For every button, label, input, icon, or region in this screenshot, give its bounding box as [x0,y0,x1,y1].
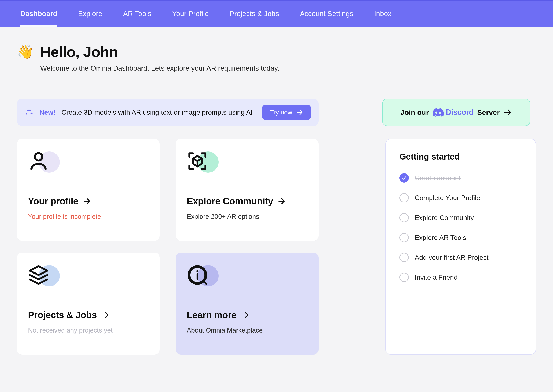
greeting-subtitle: Welcome to the Omnia Dashboard. Lets exp… [40,64,279,72]
card-title: Explore Community [187,196,273,206]
try-now-button[interactable]: Try now [262,105,311,120]
promo-new-tag: New! [39,109,56,116]
gs-label: Invite a Friend [415,273,458,281]
unchecked-circle-icon [399,193,409,203]
gs-item-complete-profile[interactable]: Complete Your Profile [399,193,522,203]
gs-item-explore-ar-tools[interactable]: Explore AR Tools [399,233,522,242]
card-title-row: Learn more [187,310,308,320]
card-learn[interactable]: Learn more About Omnia Marketplace [176,252,319,355]
user-icon [28,151,49,172]
discord-banner[interactable]: Join our Discord Server [382,98,530,126]
page-content: 👋 Hello, John Welcome to the Omnia Dashb… [0,27,553,367]
card-subtitle: Not received any projects yet [28,327,149,334]
discord-suffix: Server [477,108,500,117]
gs-label: Complete Your Profile [415,194,480,202]
nav-account-settings[interactable]: Account Settings [300,1,353,27]
arrow-right-icon [277,197,286,205]
nav-your-profile[interactable]: Your Profile [172,1,209,27]
unchecked-circle-icon [399,253,409,262]
banners-row: New! Create 3D models with AR using text… [17,98,536,126]
card-icon-wrap [28,265,60,288]
ai-promo-banner: New! Create 3D models with AR using text… [17,98,319,126]
card-icon-wrap [28,151,60,174]
wave-icon: 👋 [17,45,34,58]
promo-text: Create 3D models with AR using text or i… [61,109,256,116]
getting-started-list: Create account Complete Your Profile Exp… [399,173,522,282]
card-profile[interactable]: Your profile Your profile is incomplete [17,139,160,241]
discord-logo: Discord [433,108,474,117]
unchecked-circle-icon [399,273,409,282]
arrow-right-icon [503,108,512,117]
card-subtitle: Your profile is incomplete [28,213,149,220]
try-now-label: Try now [270,109,292,116]
greeting-title: Hello, John [40,44,279,61]
gs-label: Add your first AR Project [415,254,488,261]
sparkle-icon [25,107,34,117]
card-title-row: Your profile [28,196,149,206]
unchecked-circle-icon [399,233,409,242]
discord-prefix: Join our [401,108,429,117]
nav-dashboard[interactable]: Dashboard [20,1,57,27]
arrow-right-icon [83,197,91,205]
gs-label: Create account [415,174,461,182]
scan-cube-icon [187,151,208,172]
layers-icon [28,265,49,286]
info-icon [187,265,208,286]
gs-label: Explore AR Tools [415,234,466,242]
card-icon-wrap [187,265,219,288]
main-row: Your profile Your profile is incomplete [17,139,536,355]
card-title: Learn more [187,310,237,320]
card-subtitle: Explore 200+ AR options [187,213,308,220]
getting-started-panel: Getting started Create account Complete … [386,139,536,355]
top-nav: Dashboard Explore AR Tools Your Profile … [0,0,553,27]
card-title-row: Projects & Jobs [28,310,149,320]
discord-brand: Discord [446,108,474,117]
svg-point-2 [35,153,42,161]
unchecked-circle-icon [399,213,409,222]
discord-icon [433,108,444,117]
svg-marker-5 [30,266,47,275]
nav-ar-tools[interactable]: AR Tools [123,1,151,27]
getting-started-title: Getting started [399,152,522,161]
gs-item-explore-community[interactable]: Explore Community [399,213,522,222]
card-title: Your profile [28,196,78,206]
card-projects[interactable]: Projects & Jobs Not received any project… [17,252,160,355]
nav-inbox[interactable]: Inbox [374,1,391,27]
gs-item-add-project[interactable]: Add your first AR Project [399,253,522,262]
gs-item-create-account[interactable]: Create account [399,173,522,182]
arrow-right-icon [101,311,109,319]
gs-item-invite-friend[interactable]: Invite a Friend [399,273,522,282]
card-community[interactable]: Explore Community Explore 200+ AR option… [176,139,319,241]
nav-explore[interactable]: Explore [78,1,102,27]
card-icon-wrap [187,151,219,174]
nav-projects-jobs[interactable]: Projects & Jobs [230,1,279,27]
arrow-right-icon [296,109,303,116]
check-circle-icon [399,173,409,182]
card-title-row: Explore Community [187,196,308,206]
arrow-right-icon [241,311,249,319]
card-subtitle: About Omnia Marketplace [187,327,308,334]
dashboard-cards: Your profile Your profile is incomplete [17,139,319,355]
greeting: 👋 Hello, John Welcome to the Omnia Dashb… [17,44,536,72]
card-title: Projects & Jobs [28,310,97,320]
svg-point-9 [196,270,198,272]
gs-label: Explore Community [415,214,474,222]
